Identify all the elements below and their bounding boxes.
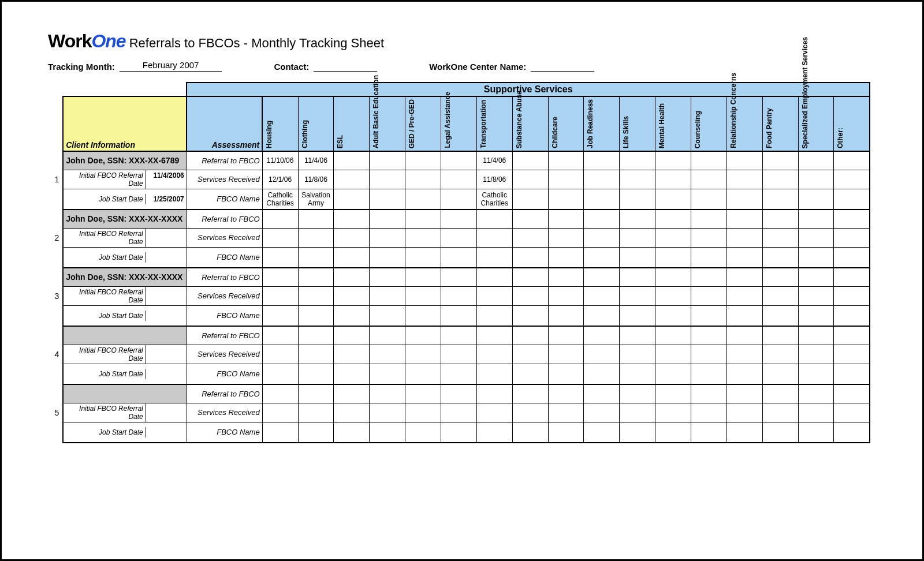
data-cell[interactable] (298, 247, 334, 268)
data-cell[interactable] (655, 403, 691, 422)
data-cell[interactable] (512, 345, 548, 364)
data-cell[interactable] (334, 384, 370, 403)
data-cell[interactable] (655, 326, 691, 345)
data-cell[interactable] (798, 326, 834, 345)
data-cell[interactable] (834, 403, 870, 422)
data-cell[interactable] (834, 189, 870, 210)
data-cell[interactable] (584, 210, 620, 228)
data-cell[interactable] (370, 151, 405, 170)
data-cell[interactable] (620, 384, 655, 403)
data-cell[interactable] (405, 210, 441, 228)
data-cell[interactable] (370, 170, 405, 189)
data-cell[interactable] (691, 189, 726, 210)
data-cell[interactable]: 11/8/06 (298, 170, 334, 189)
data-cell[interactable] (441, 247, 476, 268)
data-cell[interactable] (834, 326, 870, 345)
data-cell[interactable] (512, 403, 548, 422)
data-cell[interactable] (726, 228, 762, 247)
data-cell[interactable] (512, 151, 548, 170)
data-cell[interactable] (584, 305, 620, 326)
data-cell[interactable]: 12/1/06 (262, 170, 298, 189)
data-cell[interactable] (834, 364, 870, 384)
data-cell[interactable] (405, 170, 441, 189)
data-cell[interactable] (441, 286, 476, 305)
data-cell[interactable] (584, 403, 620, 422)
data-cell[interactable] (370, 384, 405, 403)
data-cell[interactable]: Salvation Army (298, 189, 334, 210)
data-cell[interactable] (762, 151, 798, 170)
data-cell[interactable] (691, 286, 726, 305)
data-cell[interactable] (334, 228, 370, 247)
data-cell[interactable] (370, 286, 405, 305)
data-cell[interactable] (298, 286, 334, 305)
data-cell[interactable] (655, 189, 691, 210)
data-cell[interactable] (726, 384, 762, 403)
data-cell[interactable] (798, 422, 834, 443)
data-cell[interactable] (476, 326, 512, 345)
data-cell[interactable] (512, 422, 548, 443)
data-cell[interactable] (726, 210, 762, 228)
data-cell[interactable] (584, 384, 620, 403)
data-cell[interactable] (512, 286, 548, 305)
data-cell[interactable] (834, 210, 870, 228)
data-cell[interactable] (405, 247, 441, 268)
data-cell[interactable] (798, 151, 834, 170)
data-cell[interactable] (691, 345, 726, 364)
data-cell[interactable] (762, 247, 798, 268)
data-cell[interactable] (441, 151, 476, 170)
data-cell[interactable] (298, 384, 334, 403)
data-cell[interactable] (620, 345, 655, 364)
data-cell[interactable] (512, 326, 548, 345)
data-cell[interactable] (262, 210, 298, 228)
data-cell[interactable] (834, 228, 870, 247)
data-cell[interactable] (405, 403, 441, 422)
data-cell[interactable] (584, 345, 620, 364)
data-cell[interactable] (441, 228, 476, 247)
data-cell[interactable] (548, 247, 584, 268)
data-cell[interactable] (548, 228, 584, 247)
data-cell[interactable] (334, 170, 370, 189)
data-cell[interactable] (762, 403, 798, 422)
data-cell[interactable] (262, 345, 298, 364)
data-cell[interactable] (691, 228, 726, 247)
data-cell[interactable] (405, 345, 441, 364)
data-cell[interactable] (370, 422, 405, 443)
data-cell[interactable] (512, 228, 548, 247)
data-cell[interactable] (655, 345, 691, 364)
data-cell[interactable] (298, 305, 334, 326)
data-cell[interactable] (334, 305, 370, 326)
data-cell[interactable] (584, 422, 620, 443)
client-ssn[interactable] (63, 384, 187, 403)
data-cell[interactable] (762, 422, 798, 443)
data-cell[interactable] (834, 384, 870, 403)
data-cell[interactable] (834, 286, 870, 305)
center-value[interactable] (531, 60, 594, 72)
data-cell[interactable] (548, 170, 584, 189)
data-cell[interactable] (584, 268, 620, 286)
data-cell[interactable] (441, 268, 476, 286)
data-cell[interactable] (655, 210, 691, 228)
data-cell[interactable] (655, 384, 691, 403)
data-cell[interactable] (441, 326, 476, 345)
data-cell[interactable] (548, 268, 584, 286)
data-cell[interactable] (370, 326, 405, 345)
data-cell[interactable] (548, 305, 584, 326)
data-cell[interactable] (262, 403, 298, 422)
data-cell[interactable] (834, 151, 870, 170)
data-cell[interactable] (298, 345, 334, 364)
data-cell[interactable]: Catholic Charities (476, 189, 512, 210)
data-cell[interactable] (691, 247, 726, 268)
data-cell[interactable] (441, 210, 476, 228)
data-cell[interactable] (726, 305, 762, 326)
data-cell[interactable] (512, 384, 548, 403)
data-cell[interactable] (726, 170, 762, 189)
data-cell[interactable] (262, 326, 298, 345)
data-cell[interactable] (476, 305, 512, 326)
data-cell[interactable] (655, 228, 691, 247)
data-cell[interactable] (262, 286, 298, 305)
data-cell[interactable] (762, 228, 798, 247)
data-cell[interactable] (370, 247, 405, 268)
data-cell[interactable] (798, 403, 834, 422)
data-cell[interactable] (262, 364, 298, 384)
client-ssn[interactable]: John Doe, SSN: XXX-XX-XXXX (63, 268, 187, 286)
